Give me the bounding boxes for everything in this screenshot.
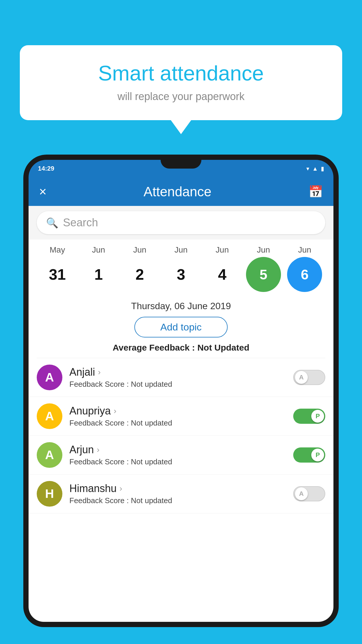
table-row: A Anjali › Feedback Score : Not updated	[29, 358, 333, 397]
toggle-knob: A	[295, 371, 308, 384]
cal-month-1: Jun	[81, 245, 116, 255]
search-icon: 🔍	[46, 217, 58, 229]
phone-container: 14:29 ▾ ▲ ▮ × Attendance 📅 🔍 Search	[23, 155, 339, 644]
avatar: A	[37, 365, 62, 390]
student-list: A Anjali › Feedback Score : Not updated	[29, 358, 333, 513]
student-name[interactable]: Himanshu ›	[69, 482, 293, 495]
cal-month-6: Jun	[287, 245, 322, 255]
avatar: A	[37, 442, 62, 468]
cal-month-4: Jun	[205, 245, 240, 255]
status-bar: 14:29 ▾ ▲ ▮	[29, 160, 333, 177]
cal-day-4[interactable]: 4	[205, 257, 240, 292]
cal-day-1[interactable]: 1	[81, 257, 116, 292]
toggle-knob: P	[311, 449, 324, 461]
cal-month-5: Jun	[246, 245, 281, 255]
toggle-on[interactable]: P	[293, 447, 325, 463]
student-feedback: Feedback Score : Not updated	[69, 496, 293, 505]
calendar-icon[interactable]: 📅	[308, 185, 323, 199]
close-button[interactable]: ×	[39, 184, 47, 199]
search-placeholder: Search	[63, 216, 98, 229]
student-name[interactable]: Anjali ›	[69, 366, 293, 378]
chevron-right-icon: ›	[98, 368, 101, 377]
avg-feedback-text: Average Feedback : Not Updated	[37, 343, 325, 353]
cal-month-0: May	[40, 245, 75, 255]
attendance-toggle[interactable]: A	[293, 486, 325, 501]
toggle-knob: P	[311, 410, 324, 423]
date-info-section: Thursday, 06 June 2019 Add topic Average…	[29, 295, 333, 358]
phone-screen: × Attendance 📅 🔍 Search May Jun Jun Jun …	[29, 177, 333, 622]
student-name[interactable]: Anupriya ›	[69, 405, 293, 417]
calendar-strip: May Jun Jun Jun Jun Jun Jun 31 1 2 3 4 5…	[29, 239, 333, 295]
attendance-toggle[interactable]: P	[293, 447, 325, 463]
student-info: Anupriya › Feedback Score : Not updated	[69, 405, 293, 428]
cal-month-3: Jun	[164, 245, 198, 255]
toggle-on[interactable]: P	[293, 409, 325, 424]
cal-day-3[interactable]: 3	[164, 257, 198, 292]
app-title: Attendance	[143, 184, 211, 200]
student-info: Himanshu › Feedback Score : Not updated	[69, 482, 293, 505]
student-feedback: Feedback Score : Not updated	[69, 380, 293, 389]
toggle-off[interactable]: A	[293, 370, 325, 385]
toggle-off[interactable]: A	[293, 486, 325, 501]
cal-day-31[interactable]: 31	[40, 257, 75, 292]
cal-day-5[interactable]: 5	[246, 257, 281, 292]
bubble-title: Smart attendance	[37, 61, 325, 85]
student-name[interactable]: Arjun ›	[69, 444, 293, 456]
toggle-knob: A	[295, 487, 308, 500]
attendance-toggle[interactable]: P	[293, 409, 325, 424]
calendar-months-row: May Jun Jun Jun Jun Jun Jun	[29, 245, 333, 255]
cal-day-6[interactable]: 6	[287, 257, 322, 292]
signal-icon: ▲	[312, 165, 318, 172]
avg-feedback-value: Not Updated	[197, 343, 249, 352]
cal-day-2[interactable]: 2	[122, 257, 157, 292]
speech-bubble: Smart attendance will replace your paper…	[20, 45, 342, 120]
student-feedback: Feedback Score : Not updated	[69, 457, 293, 466]
table-row: H Himanshu › Feedback Score : Not update…	[29, 475, 333, 513]
calendar-days-row: 31 1 2 3 4 5 6	[29, 257, 333, 292]
status-time: 14:29	[38, 165, 54, 172]
speech-bubble-container: Smart attendance will replace your paper…	[20, 45, 342, 120]
chevron-right-icon: ›	[120, 484, 122, 493]
app-header: × Attendance 📅	[29, 177, 333, 206]
date-label: Thursday, 06 June 2019	[37, 301, 325, 312]
status-icons: ▾ ▲ ▮	[306, 165, 324, 172]
avatar: A	[37, 403, 62, 429]
student-feedback: Feedback Score : Not updated	[69, 419, 293, 428]
add-topic-button[interactable]: Add topic	[134, 317, 228, 337]
cal-month-2: Jun	[122, 245, 157, 255]
bubble-subtitle: will replace your paperwork	[37, 90, 325, 103]
table-row: A Anupriya › Feedback Score : Not update…	[29, 397, 333, 436]
wifi-icon: ▾	[306, 165, 309, 172]
chevron-right-icon: ›	[97, 445, 99, 454]
student-info: Anjali › Feedback Score : Not updated	[69, 366, 293, 389]
phone-outer: 14:29 ▾ ▲ ▮ × Attendance 📅 🔍 Search	[23, 155, 339, 627]
search-bar[interactable]: 🔍 Search	[37, 211, 325, 234]
table-row: A Arjun › Feedback Score : Not updated	[29, 436, 333, 475]
attendance-toggle[interactable]: A	[293, 370, 325, 385]
avg-feedback-label: Average Feedback :	[113, 343, 195, 352]
avatar: H	[37, 481, 62, 507]
battery-icon: ▮	[321, 165, 324, 172]
student-info: Arjun › Feedback Score : Not updated	[69, 444, 293, 466]
search-container: 🔍 Search	[29, 206, 333, 239]
chevron-right-icon: ›	[114, 406, 116, 416]
